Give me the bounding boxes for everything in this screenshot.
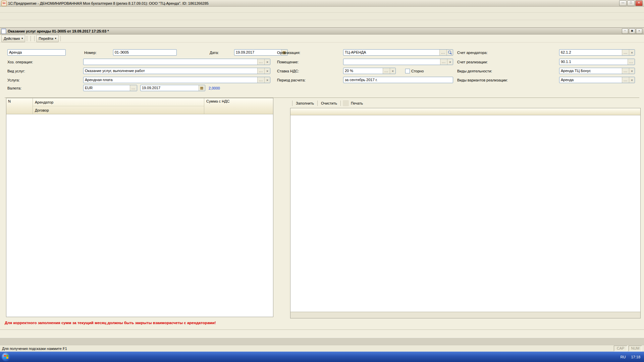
- clear-icon[interactable]: ×: [264, 68, 270, 74]
- main-toolbar: [0, 13, 644, 20]
- secondary-toolbar: [0, 20, 644, 27]
- goto-label: Перейти: [39, 37, 53, 41]
- tenants-table: N Арендатор Договор Сумма с НДС: [6, 98, 273, 317]
- minimize-icon[interactable]: —: [619, 0, 627, 6]
- organization-field[interactable]: ТЦ-АРЕНДА ...: [343, 49, 453, 56]
- ellipsis-icon[interactable]: ...: [257, 59, 264, 65]
- 1c-app-icon: 1с: [1, 1, 7, 6]
- windows-logo-icon: [2, 353, 10, 361]
- ellipsis-icon[interactable]: ...: [622, 50, 629, 55]
- ellipsis-icon[interactable]: ...: [622, 68, 629, 74]
- ellipsis-icon[interactable]: ...: [257, 77, 264, 83]
- number-label: Номер:: [84, 49, 97, 56]
- tenant-account-label: Счет арендатора:: [457, 49, 487, 56]
- currency-rate: 2,0000: [209, 85, 220, 92]
- open-windows-bar: [0, 338, 644, 345]
- clear-icon[interactable]: ×: [447, 59, 453, 65]
- maximize-icon[interactable]: □: [627, 0, 635, 6]
- currency-field[interactable]: EUR ...: [83, 85, 137, 91]
- close-icon[interactable]: ×: [635, 0, 643, 6]
- rate-date-field[interactable]: 19.09.2017 ▦: [140, 85, 205, 91]
- service-kind-field[interactable]: Оказание услуг, выполнение работ ... ×: [83, 68, 270, 74]
- vat-rate-label: Ставка НДС:: [277, 68, 299, 74]
- start-button[interactable]: [1, 352, 11, 362]
- document-titlebar: Оказание услуг аренды 01-Э005 от 19.09.2…: [0, 28, 644, 35]
- activity-kinds-field[interactable]: Аренда ТЦ Бонус ... ×: [559, 68, 635, 74]
- app-titlebar: 1с 1С:Предприятие - ДЕНОМИНИРОВАННАЯ Моя…: [0, 0, 644, 7]
- clear-icon[interactable]: ×: [629, 77, 635, 83]
- storno-label: Сторно: [411, 69, 424, 73]
- statusbar: Для получения подсказки нажмите F1 CAP N…: [0, 345, 644, 352]
- language-indicator[interactable]: RU: [621, 355, 626, 359]
- document-window: Оказание услуг аренды 01-Э005 от 19.09.2…: [0, 27, 644, 338]
- payments-table-footer: [290, 312, 640, 318]
- sales-variants-label: Виды вариантов реализации:: [457, 77, 508, 83]
- activity-kinds-label: Виды деятельности:: [457, 68, 492, 74]
- ellipsis-icon[interactable]: ...: [130, 85, 137, 91]
- clear-icon[interactable]: ×: [390, 68, 395, 74]
- doc-kind-field[interactable]: Аренда: [7, 49, 66, 56]
- premises-field[interactable]: ... ×: [343, 59, 453, 65]
- calendar-icon[interactable]: ▦: [199, 85, 205, 91]
- warning-message: Для корректного заполнения сумм за текущ…: [5, 321, 216, 325]
- document-toolbar: Действия▾ Перейти▾: [0, 35, 644, 43]
- col-n: N: [6, 98, 33, 114]
- payments-toolbar: Заполнить Очистить Печать: [290, 100, 364, 107]
- sales-variants-field[interactable]: Аренда ... ×: [559, 77, 635, 83]
- col-amount: Сумма с НДС: [204, 98, 273, 114]
- business-op-field[interactable]: ... ×: [83, 59, 270, 65]
- clear-icon[interactable]: ×: [264, 59, 270, 65]
- document-icon: [1, 28, 6, 34]
- period-field[interactable]: за сентябрь 2017 г.: [343, 77, 453, 83]
- vat-rate-field[interactable]: 20 % ... ×: [343, 68, 396, 74]
- screen: 1с 1С:Предприятие - ДЕНОМИНИРОВАННАЯ Моя…: [0, 0, 644, 362]
- clear-button[interactable]: Очистить: [320, 101, 338, 105]
- fill-button[interactable]: Заполнить: [294, 101, 315, 105]
- system-tray: RU 17:18: [621, 355, 643, 359]
- dialog-buttons: [0, 329, 644, 337]
- storno-checkbox[interactable]: Сторно: [405, 68, 424, 74]
- sales-account-label: Счет реализации:: [457, 59, 488, 65]
- business-op-label: Хоз. операция:: [7, 59, 33, 65]
- ellipsis-icon[interactable]: ...: [257, 68, 264, 74]
- magnifier-icon[interactable]: [446, 50, 453, 55]
- goto-button[interactable]: Перейти▾: [36, 35, 59, 42]
- col-tenant: Арендатор: [33, 98, 204, 106]
- print-button[interactable]: Печать: [350, 101, 364, 105]
- clear-icon[interactable]: ×: [629, 68, 635, 74]
- service-label: Услуга:: [7, 77, 20, 83]
- ellipsis-icon[interactable]: ...: [440, 59, 447, 65]
- currency-label: Валюта:: [7, 85, 21, 92]
- app-title: 1С:Предприятие - ДЕНОМИНИРОВАННАЯ Моя бу…: [8, 1, 619, 5]
- actions-label: Действия: [4, 37, 20, 41]
- num-indicator: NUM: [629, 346, 642, 351]
- doc-close-icon[interactable]: ×: [636, 28, 642, 34]
- payments-table: [290, 108, 641, 318]
- taskbar: RU 17:18: [0, 352, 644, 362]
- caps-indicator: CAP: [614, 346, 627, 351]
- document-title: Оказание услуг аренды 01-Э005 от 19.09.2…: [8, 29, 622, 33]
- doc-restore-icon[interactable]: ▣: [629, 28, 635, 34]
- clock[interactable]: 17:18: [631, 355, 640, 359]
- service-kind-label: Вид услуг:: [7, 68, 25, 74]
- tenant-account-field[interactable]: 62.1.2 ... ×: [559, 49, 635, 56]
- service-field[interactable]: Арендная плата ... ×: [83, 77, 270, 83]
- sales-account-field[interactable]: 90.1.1 ...: [559, 59, 635, 65]
- clear-icon[interactable]: ×: [629, 50, 635, 55]
- ellipsis-icon[interactable]: ...: [439, 50, 446, 55]
- ellipsis-icon[interactable]: ...: [622, 77, 629, 83]
- status-hint: Для получения подсказки нажмите F1: [2, 347, 612, 351]
- checkbox-icon[interactable]: [405, 69, 410, 73]
- ellipsis-icon[interactable]: ...: [628, 59, 635, 65]
- premises-label: Помещение:: [277, 59, 299, 65]
- document-tabstrip: [5, 91, 639, 98]
- tenants-table-header: N Арендатор Договор Сумма с НДС: [6, 98, 273, 114]
- number-field[interactable]: 01-Э005: [113, 49, 177, 56]
- menubar: [0, 7, 644, 13]
- doc-minimize-icon[interactable]: −: [622, 28, 628, 34]
- payments-table-header: [290, 108, 640, 115]
- org-label: Организация:: [277, 49, 300, 56]
- clear-icon[interactable]: ×: [264, 77, 270, 83]
- actions-button[interactable]: Действия▾: [1, 35, 25, 42]
- ellipsis-icon[interactable]: ...: [383, 68, 390, 74]
